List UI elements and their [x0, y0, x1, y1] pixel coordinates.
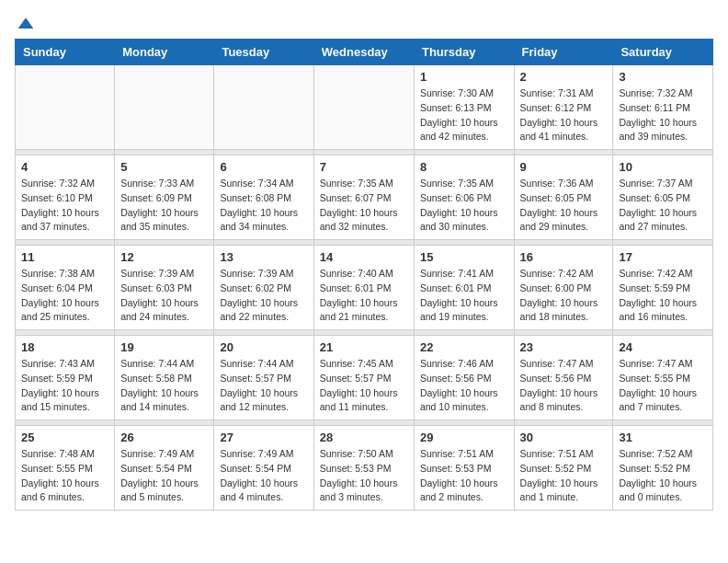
calendar-day-cell: 17Sunrise: 7:42 AMSunset: 5:59 PMDayligh…: [613, 246, 713, 330]
calendar-day-cell: 7Sunrise: 7:35 AMSunset: 6:07 PMDaylight…: [313, 155, 414, 240]
day-number: 31: [619, 431, 707, 444]
day-number: 1: [420, 70, 508, 84]
calendar-day-cell: 6Sunrise: 7:34 AMSunset: 6:08 PMDaylight…: [214, 155, 313, 240]
calendar-day-cell: 2Sunrise: 7:31 AMSunset: 6:12 PMDaylight…: [514, 65, 613, 150]
calendar-day-cell: 14Sunrise: 7:40 AMSunset: 6:01 PMDayligh…: [313, 246, 414, 330]
calendar-day-cell: 3Sunrise: 7:32 AMSunset: 6:11 PMDaylight…: [613, 65, 713, 150]
calendar-header-thursday: Thursday: [414, 40, 514, 65]
page-header: [15, 15, 713, 29]
day-info: Sunrise: 7:50 AMSunset: 5:53 PMDaylight:…: [320, 447, 408, 505]
calendar-day-cell: 20Sunrise: 7:44 AMSunset: 5:57 PMDayligh…: [214, 336, 313, 420]
calendar-header-tuesday: Tuesday: [214, 40, 313, 65]
day-info: Sunrise: 7:47 AMSunset: 5:55 PMDaylight:…: [619, 357, 707, 415]
day-info: Sunrise: 7:37 AMSunset: 6:05 PMDaylight:…: [619, 177, 707, 235]
calendar-day-cell: 5Sunrise: 7:33 AMSunset: 6:09 PMDaylight…: [115, 155, 214, 240]
calendar-day-cell: 26Sunrise: 7:49 AMSunset: 5:54 PMDayligh…: [115, 426, 214, 511]
day-number: 17: [619, 250, 707, 264]
calendar-week-row: 1Sunrise: 7:30 AMSunset: 6:13 PMDaylight…: [16, 65, 713, 150]
day-number: 15: [420, 250, 508, 264]
day-info: Sunrise: 7:51 AMSunset: 5:53 PMDaylight:…: [420, 447, 508, 505]
svg-marker-0: [18, 17, 34, 29]
day-number: 10: [619, 160, 707, 174]
day-info: Sunrise: 7:49 AMSunset: 5:54 PMDaylight:…: [120, 447, 208, 505]
day-number: 28: [320, 431, 408, 444]
calendar-day-cell: [313, 65, 414, 150]
calendar-day-cell: [16, 65, 115, 150]
calendar-day-cell: 25Sunrise: 7:48 AMSunset: 5:55 PMDayligh…: [16, 426, 115, 511]
day-info: Sunrise: 7:36 AMSunset: 6:05 PMDaylight:…: [520, 177, 608, 235]
calendar-header-row: SundayMondayTuesdayWednesdayThursdayFrid…: [16, 40, 713, 65]
day-number: 22: [420, 340, 508, 354]
day-number: 26: [120, 431, 208, 444]
calendar-week-row: 18Sunrise: 7:43 AMSunset: 5:59 PMDayligh…: [16, 336, 713, 420]
day-info: Sunrise: 7:47 AMSunset: 5:56 PMDaylight:…: [520, 357, 608, 415]
calendar-day-cell: [214, 65, 313, 150]
calendar-day-cell: 9Sunrise: 7:36 AMSunset: 6:05 PMDaylight…: [514, 155, 613, 240]
day-info: Sunrise: 7:42 AMSunset: 6:00 PMDaylight:…: [520, 267, 608, 325]
day-info: Sunrise: 7:32 AMSunset: 6:11 PMDaylight:…: [619, 86, 707, 144]
day-info: Sunrise: 7:42 AMSunset: 5:59 PMDaylight:…: [619, 267, 707, 325]
day-info: Sunrise: 7:52 AMSunset: 5:52 PMDaylight:…: [619, 447, 707, 505]
calendar-day-cell: 30Sunrise: 7:51 AMSunset: 5:52 PMDayligh…: [514, 426, 613, 511]
day-number: 16: [520, 250, 608, 264]
day-number: 18: [21, 340, 108, 354]
day-number: 3: [619, 70, 707, 84]
day-info: Sunrise: 7:43 AMSunset: 5:59 PMDaylight:…: [21, 357, 108, 415]
calendar-day-cell: 16Sunrise: 7:42 AMSunset: 6:00 PMDayligh…: [514, 246, 613, 330]
day-info: Sunrise: 7:31 AMSunset: 6:12 PMDaylight:…: [520, 86, 608, 144]
day-info: Sunrise: 7:44 AMSunset: 5:57 PMDaylight:…: [220, 357, 307, 415]
day-number: 13: [220, 250, 307, 264]
calendar-day-cell: 29Sunrise: 7:51 AMSunset: 5:53 PMDayligh…: [414, 426, 514, 511]
day-number: 6: [220, 160, 307, 174]
day-info: Sunrise: 7:40 AMSunset: 6:01 PMDaylight:…: [320, 267, 408, 325]
day-info: Sunrise: 7:35 AMSunset: 6:06 PMDaylight:…: [420, 177, 508, 235]
day-info: Sunrise: 7:32 AMSunset: 6:10 PMDaylight:…: [21, 177, 108, 235]
calendar-day-cell: 15Sunrise: 7:41 AMSunset: 6:01 PMDayligh…: [414, 246, 514, 330]
day-info: Sunrise: 7:39 AMSunset: 6:03 PMDaylight:…: [120, 267, 208, 325]
day-number: 14: [320, 250, 408, 264]
day-info: Sunrise: 7:33 AMSunset: 6:09 PMDaylight:…: [120, 177, 208, 235]
calendar-header-sunday: Sunday: [16, 40, 115, 65]
day-info: Sunrise: 7:30 AMSunset: 6:13 PMDaylight:…: [420, 86, 508, 144]
calendar-day-cell: 1Sunrise: 7:30 AMSunset: 6:13 PMDaylight…: [414, 65, 514, 150]
calendar-day-cell: 24Sunrise: 7:47 AMSunset: 5:55 PMDayligh…: [613, 336, 713, 420]
calendar-week-row: 11Sunrise: 7:38 AMSunset: 6:04 PMDayligh…: [16, 246, 713, 330]
calendar-day-cell: 31Sunrise: 7:52 AMSunset: 5:52 PMDayligh…: [613, 426, 713, 511]
calendar-day-cell: 27Sunrise: 7:49 AMSunset: 5:54 PMDayligh…: [214, 426, 313, 511]
day-number: 24: [619, 340, 707, 354]
day-info: Sunrise: 7:46 AMSunset: 5:56 PMDaylight:…: [420, 357, 508, 415]
calendar-day-cell: 22Sunrise: 7:46 AMSunset: 5:56 PMDayligh…: [414, 336, 514, 420]
day-number: 12: [120, 250, 208, 264]
day-info: Sunrise: 7:35 AMSunset: 6:07 PMDaylight:…: [320, 177, 408, 235]
day-number: 19: [120, 340, 208, 354]
calendar-day-cell: 12Sunrise: 7:39 AMSunset: 6:03 PMDayligh…: [115, 246, 214, 330]
calendar-day-cell: 19Sunrise: 7:44 AMSunset: 5:58 PMDayligh…: [115, 336, 214, 420]
day-number: 9: [520, 160, 608, 174]
calendar-header-monday: Monday: [115, 40, 214, 65]
calendar-week-row: 25Sunrise: 7:48 AMSunset: 5:55 PMDayligh…: [16, 426, 713, 511]
day-info: Sunrise: 7:41 AMSunset: 6:01 PMDaylight:…: [420, 267, 508, 325]
day-number: 27: [220, 431, 307, 444]
calendar-day-cell: 10Sunrise: 7:37 AMSunset: 6:05 PMDayligh…: [613, 155, 713, 240]
day-number: 11: [21, 250, 108, 264]
calendar-day-cell: [115, 65, 214, 150]
day-number: 2: [520, 70, 608, 84]
day-number: 23: [520, 340, 608, 354]
logo: [15, 15, 35, 29]
day-info: Sunrise: 7:49 AMSunset: 5:54 PMDaylight:…: [220, 447, 307, 505]
day-number: 29: [420, 431, 508, 444]
day-info: Sunrise: 7:38 AMSunset: 6:04 PMDaylight:…: [21, 267, 108, 325]
calendar-day-cell: 21Sunrise: 7:45 AMSunset: 5:57 PMDayligh…: [313, 336, 414, 420]
calendar-day-cell: 8Sunrise: 7:35 AMSunset: 6:06 PMDaylight…: [414, 155, 514, 240]
day-number: 30: [520, 431, 608, 444]
logo-icon: [17, 15, 35, 33]
day-info: Sunrise: 7:44 AMSunset: 5:58 PMDaylight:…: [120, 357, 208, 415]
day-info: Sunrise: 7:39 AMSunset: 6:02 PMDaylight:…: [220, 267, 307, 325]
calendar-header-saturday: Saturday: [613, 40, 713, 65]
calendar-week-row: 4Sunrise: 7:32 AMSunset: 6:10 PMDaylight…: [16, 155, 713, 240]
calendar-day-cell: 13Sunrise: 7:39 AMSunset: 6:02 PMDayligh…: [214, 246, 313, 330]
calendar-table: SundayMondayTuesdayWednesdayThursdayFrid…: [15, 39, 713, 511]
day-info: Sunrise: 7:45 AMSunset: 5:57 PMDaylight:…: [320, 357, 408, 415]
day-info: Sunrise: 7:48 AMSunset: 5:55 PMDaylight:…: [21, 447, 108, 505]
day-number: 8: [420, 160, 508, 174]
